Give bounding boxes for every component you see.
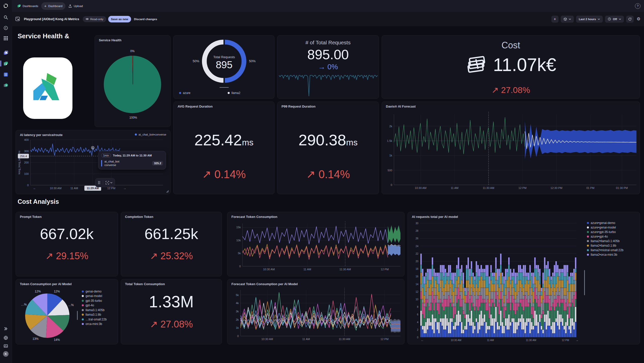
- requests-sparkline[interactable]: [277, 36, 379, 99]
- hub-app-icon[interactable]: [3, 83, 9, 88]
- legend-item[interactable]: genai-demo: [82, 290, 107, 293]
- apps-grid-icon[interactable]: [3, 36, 9, 41]
- svg-text:400: 400: [24, 138, 29, 141]
- clouds-app-icon[interactable]: [3, 50, 9, 56]
- dynatrace-logo-icon[interactable]: [3, 3, 9, 9]
- legend-item[interactable]: azure•genai-demo: [587, 221, 623, 225]
- svg-text:50%: 50%: [193, 59, 199, 63]
- svg-text:15k: 15k: [236, 226, 241, 229]
- legend-item[interactable]: gpt-35-turbo: [82, 299, 107, 303]
- panel-title: Total Token Consumption: [125, 282, 165, 286]
- svg-text:24: 24: [416, 245, 419, 248]
- dashboard-board-icon[interactable]: [15, 17, 20, 22]
- legend-item[interactable]: llama2•llama3.1:8b: [587, 244, 623, 247]
- help-button[interactable]: ?: [635, 3, 640, 9]
- panel-title: Service Health: [99, 38, 122, 42]
- svg-text:Total Requests: Total Requests: [213, 55, 235, 59]
- time-range-dropdown[interactable]: Last 2 hours: [576, 16, 603, 23]
- user-avatar[interactable]: K: [3, 351, 9, 357]
- panel-title: AVG Request Duration: [178, 105, 213, 108]
- left-rail: K: [0, 0, 12, 363]
- legend-item[interactable]: azure: [179, 91, 190, 95]
- discard-changes-button[interactable]: Discard changes: [134, 18, 157, 21]
- svg-text:01:30 PM: 01:30 PM: [616, 186, 628, 189]
- legend-item[interactable]: llama2•llama3.1:405b: [587, 239, 623, 243]
- bar-legend: azure•genai-demoazure•genai-modelazure•g…: [587, 220, 623, 257]
- section-heading-service-health: Service Health &: [18, 32, 69, 40]
- legend-item[interactable]: genai-model: [82, 294, 107, 298]
- legend-scrollbar[interactable]: [584, 270, 585, 295]
- expand-rail-icon[interactable]: [3, 326, 9, 332]
- legend-item[interactable]: llama2•mistral-small:22b: [587, 248, 623, 252]
- legend-scrollbar[interactable]: [77, 311, 78, 320]
- svg-text:10:30 AM: 10:30 AM: [261, 338, 273, 341]
- kpi-value: 290.38ms: [277, 131, 379, 149]
- svg-text:12 PM: 12 PM: [562, 339, 569, 342]
- eye-icon: [86, 17, 89, 21]
- svg-text:26: 26: [416, 237, 419, 240]
- search-icon[interactable]: [3, 15, 9, 20]
- variables-dropdown[interactable]: [561, 16, 574, 23]
- legend-item[interactable]: azure•genai-model: [587, 226, 623, 229]
- extensions-app-icon[interactable]: [3, 72, 9, 77]
- add-tile-button[interactable]: +: [551, 16, 558, 23]
- svg-text:12%: 12%: [35, 290, 41, 293]
- svg-text:14: 14: [416, 283, 419, 286]
- up-right-arrow-icon: ↗: [45, 251, 53, 261]
- legend-item[interactable]: llama3.1:8b: [82, 313, 107, 316]
- svg-text:12:30 PM: 12:30 PM: [550, 186, 562, 189]
- legend-item[interactable]: orca-mini:3b: [82, 322, 107, 326]
- svg-text:2k: 2k: [389, 125, 392, 128]
- refresh-button[interactable]: [626, 16, 634, 23]
- svg-text:…%: …%: [21, 303, 27, 306]
- legend-item[interactable]: azure•gpt-4o: [587, 235, 623, 238]
- zoom-mode-button[interactable]: [105, 181, 112, 185]
- kpi-value: 667.02k: [16, 225, 118, 243]
- legend-item[interactable]: ai_chat_bot•converse: [135, 133, 166, 136]
- legend-item[interactable]: llama2: [228, 91, 240, 95]
- panel-ai-latency: AI latency per service/route 01002003004…: [16, 130, 171, 194]
- tab-dashboard-active[interactable]: + Dashboard: [41, 2, 65, 10]
- svg-text:→: →: [576, 338, 579, 342]
- tooltip-series-color: [101, 160, 102, 167]
- svg-text:18: 18: [416, 268, 419, 270]
- tab-upload[interactable]: Upload: [65, 2, 86, 10]
- readonly-badge[interactable]: Read-only: [83, 16, 106, 22]
- svg-text:3k: 3k: [236, 310, 239, 313]
- up-right-arrow-icon: ↗: [202, 168, 211, 180]
- panel-title: P99 Request Duration: [281, 105, 315, 108]
- davis-forecast-chart[interactable]: 05001k1.5k2k10:30 AM11 AM11:30 AM12 PM12…: [382, 102, 640, 194]
- legend-item[interactable]: azure•gpt-35-turbo: [587, 230, 623, 234]
- plus-icon: +: [44, 4, 47, 8]
- panel-token-pie: Token Consumption per AI Model 12%…%14%1…: [16, 279, 118, 344]
- panel-service-health: Service Health 100%0%: [95, 35, 171, 127]
- svg-text:2: 2: [417, 328, 418, 331]
- legend-item[interactable]: llama2•orca-mini:3b: [587, 253, 623, 256]
- auto-refresh-dropdown[interactable]: Off: [605, 16, 624, 23]
- legend-item[interactable]: …tral-small:22b: [82, 318, 107, 321]
- up-right-arrow-icon: ↗: [150, 319, 158, 329]
- resize-handle[interactable]: [166, 189, 169, 193]
- settings-gear-icon[interactable]: ⚙: [637, 16, 640, 22]
- help-lifebuoy-icon[interactable]: [3, 335, 9, 341]
- getting-started-icon[interactable]: [3, 25, 9, 31]
- legend-item[interactable]: gpt-4o: [82, 304, 107, 307]
- kpi-value: 1.33M: [121, 292, 222, 311]
- dashboards-app-icon[interactable]: [3, 61, 9, 67]
- service-health-pie-chart[interactable]: 100%0%: [95, 36, 171, 127]
- svg-text:0: 0: [27, 184, 29, 187]
- tab-label: Dashboards: [23, 5, 38, 8]
- kpi-delta: ↗ 25.32%: [121, 250, 222, 261]
- drag-handle-icon[interactable]: [98, 181, 101, 184]
- legend-item[interactable]: llama3.1:405b: [82, 308, 107, 312]
- tab-dashboards[interactable]: Dashboards: [14, 2, 41, 10]
- save-as-new-button[interactable]: Save as new: [108, 16, 131, 22]
- usage-analytics-icon[interactable]: [3, 343, 9, 349]
- forecast-per-model-chart[interactable]: 01k2k3k4k5k10:30 AM11 AM11:30 AM12 PM: [227, 279, 405, 345]
- upload-icon: [68, 4, 72, 8]
- svg-text:0: 0: [239, 265, 241, 268]
- svg-text:12: 12: [416, 290, 419, 293]
- forecast-tokens-chart[interactable]: 05k10k15k10:30 AM11 AM11:30 AM12 PM: [227, 212, 405, 277]
- svg-text:11 AM: 11 AM: [302, 338, 310, 341]
- total-requests-donut-chart[interactable]: Total Requests89550%50%: [174, 36, 275, 89]
